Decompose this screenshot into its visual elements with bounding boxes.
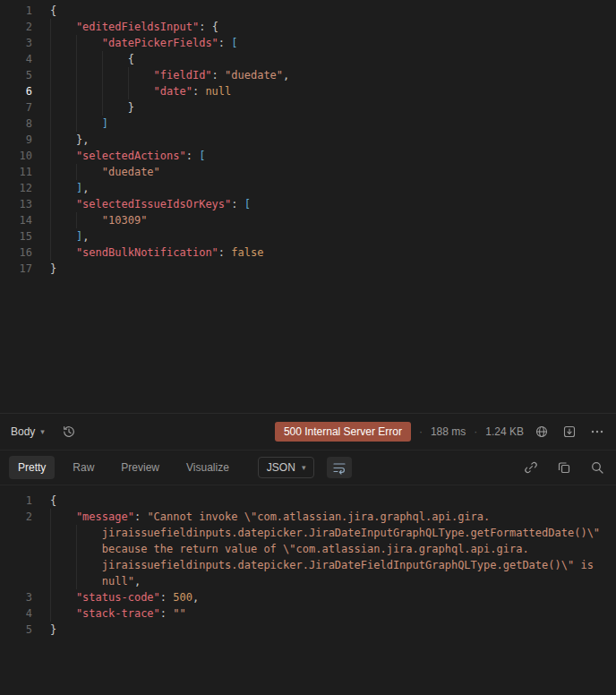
code-text: }, <box>50 132 89 148</box>
code-line[interactable]: 8] <box>0 116 616 132</box>
code-text: "selectedActions": [ <box>50 148 205 164</box>
code-line: 3"status-code": 500, <box>0 589 616 605</box>
response-history-button[interactable] <box>59 422 79 442</box>
response-meta-bar: Body ▾ 500 Internal Server Error · 188 m… <box>0 414 616 450</box>
response-body-viewer[interactable]: 1{2"message": "Cannot invoke \"com.atlas… <box>0 485 616 695</box>
code-text: because the return value of \"com.atlass… <box>50 541 529 557</box>
tab-visualize[interactable]: Visualize <box>177 456 238 479</box>
indent-guide <box>50 212 76 228</box>
line-number: 6 <box>0 83 32 99</box>
line-number: 5 <box>0 622 32 638</box>
indent-guide <box>50 573 76 589</box>
code-text: null", <box>50 573 141 589</box>
code-text: "duedate" <box>50 164 160 180</box>
line-number: 3 <box>0 35 32 51</box>
code-line[interactable]: 12], <box>0 180 616 196</box>
indent-guide <box>50 509 76 525</box>
globe-icon <box>535 425 549 439</box>
search-response-button[interactable] <box>587 458 607 477</box>
line-number: 7 <box>0 99 32 116</box>
tab-preview[interactable]: Preview <box>112 456 168 479</box>
code-text: "date": null <box>50 83 231 99</box>
code-text: "fieldId": "duedate", <box>50 67 289 83</box>
request-body-editor[interactable]: 1{2"editedFieldsInput": {3"datePickerFie… <box>0 0 616 414</box>
request-body-code: 1{2"editedFieldsInput": {3"datePickerFie… <box>0 3 616 277</box>
code-line[interactable]: 14"10309" <box>0 212 616 228</box>
indent-guide <box>102 83 128 99</box>
indent-guide <box>128 67 154 83</box>
code-line[interactable]: 4{ <box>0 51 616 67</box>
code-line[interactable]: 13"selectedIssueIdsOrKeys": [ <box>0 196 616 212</box>
code-text: } <box>50 261 56 277</box>
response-size: 1.24 KB <box>485 425 524 438</box>
link-icon <box>524 460 538 475</box>
response-body-select[interactable]: Body ▾ <box>9 422 47 442</box>
code-text: "status-code": 500, <box>50 589 199 605</box>
code-line[interactable]: 17} <box>0 261 616 277</box>
code-text: "selectedIssueIdsOrKeys": [ <box>50 196 251 212</box>
indent-guide <box>76 212 102 228</box>
dot-separator: · <box>419 425 423 438</box>
code-line[interactable]: 6"date": null <box>0 83 616 99</box>
response-toolbar-right <box>521 458 607 477</box>
chevron-down-icon: ▾ <box>302 464 306 472</box>
indent-guide <box>50 132 76 148</box>
more-options-button[interactable] <box>587 422 607 442</box>
wrap-text-button[interactable] <box>327 457 352 478</box>
line-number: 12 <box>0 180 32 196</box>
indent-guide <box>50 35 76 51</box>
code-line[interactable]: 3"datePickerFields": [ <box>0 35 616 51</box>
code-line[interactable]: 1{ <box>0 3 616 19</box>
indent-guide <box>50 557 76 573</box>
code-line[interactable]: 9}, <box>0 132 616 148</box>
line-number: 8 <box>0 116 32 132</box>
line-number: 5 <box>0 67 32 83</box>
tab-raw[interactable]: Raw <box>64 456 103 479</box>
code-line: 2"message": "Cannot invoke \"com.atlassi… <box>0 509 616 525</box>
response-time: 188 ms <box>431 425 466 438</box>
code-line: jiraissuefieldinputs.datepicker.JiraDate… <box>0 557 616 573</box>
indent-guide <box>50 19 76 35</box>
code-line[interactable]: 15], <box>0 228 616 245</box>
indent-guide <box>50 51 76 67</box>
line-number <box>0 557 32 573</box>
response-body-code: 1{2"message": "Cannot invoke \"com.atlas… <box>0 493 616 638</box>
code-text: jiraissuefieldinputs.datepicker.JiraDate… <box>50 557 594 573</box>
indent-guide <box>76 116 102 132</box>
indent-guide <box>76 83 102 99</box>
indent-guide <box>102 99 128 116</box>
code-text: "10309" <box>50 212 147 228</box>
format-select[interactable]: JSON ▾ <box>258 457 315 478</box>
network-info-button[interactable] <box>532 422 552 442</box>
code-line: because the return value of \"com.atlass… <box>0 541 616 557</box>
line-number: 2 <box>0 19 32 35</box>
response-status-badge: 500 Internal Server Error <box>275 422 411 442</box>
code-line[interactable]: 11"duedate" <box>0 164 616 180</box>
code-line[interactable]: 16"sendBulkNotification": false <box>0 245 616 261</box>
code-line[interactable]: 2"editedFieldsInput": { <box>0 19 616 35</box>
indent-guide <box>128 83 154 99</box>
line-number: 16 <box>0 245 32 261</box>
code-text: { <box>50 51 134 67</box>
code-line: null", <box>0 573 616 589</box>
copy-link-button[interactable] <box>521 458 541 477</box>
indent-guide <box>50 116 76 132</box>
indent-guide <box>76 557 102 573</box>
code-text: { <box>50 493 56 509</box>
tab-pretty[interactable]: Pretty <box>9 456 55 479</box>
code-line[interactable]: 7} <box>0 99 616 116</box>
indent-guide <box>76 525 102 541</box>
response-toolbar: Pretty Raw Preview Visualize JSON ▾ <box>0 450 616 485</box>
code-line[interactable]: 10"selectedActions": [ <box>0 148 616 164</box>
indent-guide <box>50 196 76 212</box>
code-text: ] <box>50 116 108 132</box>
line-number: 3 <box>0 589 32 605</box>
indent-guide <box>50 228 76 245</box>
line-number: 15 <box>0 228 32 245</box>
copy-response-button[interactable] <box>554 458 574 477</box>
code-line[interactable]: 5"fieldId": "duedate", <box>0 67 616 83</box>
dot-separator: · <box>474 425 477 438</box>
indent-guide <box>76 541 102 557</box>
save-response-button[interactable] <box>560 422 579 442</box>
indent-guide <box>76 164 102 180</box>
